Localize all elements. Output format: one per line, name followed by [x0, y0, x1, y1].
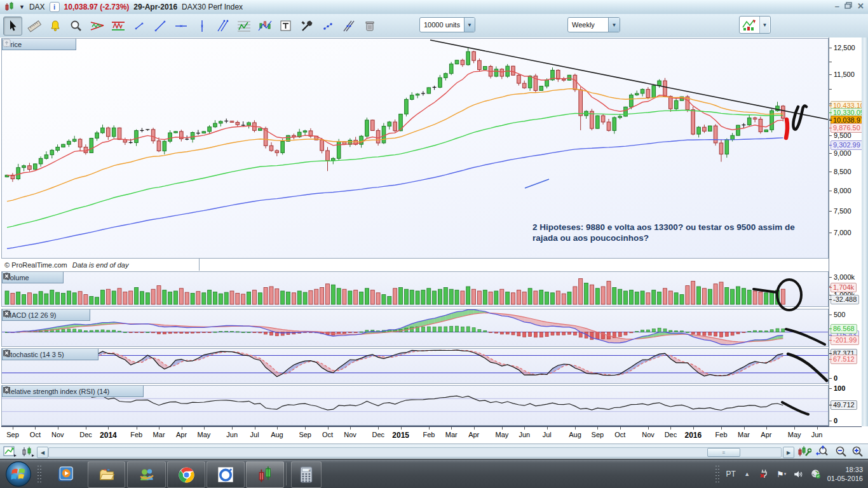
- messenger-button[interactable]: [127, 461, 166, 488]
- timeframe-dropdown[interactable]: Weekly ▼: [567, 17, 620, 32]
- taskbar-grip: [37, 464, 42, 484]
- window-icon[interactable]: [121, 387, 130, 395]
- axis-label: 9,000: [834, 149, 851, 157]
- wrench-icon[interactable]: [111, 387, 119, 395]
- restore-button[interactable]: [844, 2, 852, 11]
- time-axis-tick: [794, 427, 795, 430]
- text-tool[interactable]: [277, 17, 295, 35]
- windows-start-button[interactable]: [5, 461, 32, 488]
- scrollbar-thumb[interactable]: ≡: [707, 448, 740, 457]
- power-plug-icon[interactable]: [759, 468, 770, 480]
- pattern-down-tool[interactable]: [88, 17, 106, 35]
- language-indicator[interactable]: PT: [726, 470, 735, 478]
- angles-tool[interactable]: [340, 17, 358, 35]
- time-axis-tick: [693, 427, 694, 430]
- alert-tool[interactable]: [46, 17, 64, 35]
- taskbar-clock[interactable]: 18:33 01-05-2016: [827, 465, 865, 483]
- media-player-icon[interactable]: [56, 464, 75, 486]
- close-icon[interactable]: [86, 350, 95, 358]
- horizontal-segment-tool[interactable]: [172, 17, 190, 35]
- last-price-and-change: 10,038.97 (-2.73%): [64, 3, 130, 11]
- cursor-tool[interactable]: [3, 17, 22, 36]
- wrench-icon[interactable]: [24, 40, 32, 48]
- window-icon[interactable]: [34, 40, 42, 48]
- time-axis-label: Feb: [130, 431, 142, 438]
- time-axis-tick: [328, 427, 329, 430]
- segment-tool[interactable]: [151, 17, 169, 35]
- time-axis-label: Jun: [519, 431, 530, 438]
- chart-style-button[interactable]: ▼: [739, 16, 771, 34]
- macd-panel[interactable]: MACD (12 26 9): [1, 309, 829, 347]
- volume-panel[interactable]: Volume: [1, 271, 829, 307]
- trash-tool[interactable]: [361, 17, 379, 35]
- time-axis-label: Nov: [344, 431, 356, 438]
- units-dropdown-value: 10000 units: [420, 21, 464, 29]
- zigzag-candles-tool[interactable]: [256, 17, 274, 35]
- pattern-up-tool[interactable]: [109, 17, 127, 35]
- volume-chart-canvas[interactable]: [2, 272, 828, 306]
- calculator-button[interactable]: 0: [291, 461, 322, 488]
- price-badge: 49.712: [831, 400, 857, 410]
- axis-tick: [829, 277, 832, 278]
- candle-style-icon[interactable]: [20, 445, 36, 458]
- rsi-panel[interactable]: Relative strength index (RSI) (14): [1, 385, 829, 426]
- wrench-icon[interactable]: [58, 311, 66, 319]
- prorealtime-button[interactable]: [246, 461, 284, 488]
- info-icon[interactable]: i: [50, 2, 60, 12]
- chart-style-dropdown-icon[interactable]: ▼: [759, 17, 770, 33]
- point-tool[interactable]: [130, 17, 148, 35]
- parallel-lines-tool[interactable]: [214, 17, 232, 35]
- tools-tool[interactable]: [298, 17, 316, 35]
- shareaza-button[interactable]: [207, 461, 245, 488]
- close-icon[interactable]: [78, 311, 86, 319]
- price-panel[interactable]: Price 2 Hipoteses: 9880 e volta aos 1330…: [1, 38, 829, 259]
- units-dropdown-arrow-icon[interactable]: ▼: [464, 18, 475, 32]
- vertical-line-tool[interactable]: [193, 17, 211, 35]
- macd-chart-canvas[interactable]: [2, 309, 828, 346]
- chrome-button[interactable]: [167, 461, 205, 488]
- stochastic-panel[interactable]: Stochastic (14 3 5): [1, 348, 829, 384]
- indicator-tools-icon[interactable]: [797, 445, 812, 458]
- axis-tick: [829, 104, 832, 104]
- close-button[interactable]: ✕: [857, 2, 864, 11]
- minimize-button[interactable]: –: [835, 2, 839, 11]
- action-center-icon[interactable]: [810, 468, 822, 480]
- scroll-right-button[interactable]: ▶: [783, 447, 794, 458]
- arrow-up-icon[interactable]: [64, 40, 72, 48]
- zoom-tool[interactable]: [67, 17, 85, 35]
- zoom-in-icon[interactable]: [850, 445, 865, 458]
- wrench-icon[interactable]: [66, 350, 74, 358]
- window-edge: [862, 37, 868, 426]
- units-dropdown[interactable]: 10000 units ▼: [419, 17, 475, 32]
- close-icon[interactable]: [44, 40, 52, 48]
- close-icon[interactable]: [51, 273, 60, 281]
- horizontal-scrollbar[interactable]: ≡: [48, 447, 782, 458]
- timeframe-dropdown-value: Weekly: [568, 21, 608, 29]
- scroll-left-button[interactable]: ◀: [37, 447, 48, 458]
- user-annotation-text[interactable]: 2 Hipoteses: 9880 e volta aos 13300? ou …: [532, 222, 799, 243]
- time-axis-tick: [721, 427, 722, 430]
- axis-label: 8,500: [834, 168, 851, 175]
- zoom-out-icon[interactable]: [834, 445, 849, 458]
- explorer-button[interactable]: [88, 461, 125, 488]
- stochastic-chart-canvas[interactable]: [2, 349, 828, 383]
- fibonacci-tool[interactable]: [235, 17, 253, 35]
- window-icon[interactable]: [76, 350, 85, 358]
- scatter-tool[interactable]: [319, 17, 337, 35]
- hidden-icons-button[interactable]: ▲: [742, 468, 753, 480]
- time-axis-label: Apr: [176, 431, 187, 438]
- chart-settings-icon[interactable]: [3, 445, 18, 458]
- window-icon[interactable]: [68, 311, 76, 319]
- timeframe-dropdown-arrow-icon[interactable]: ▼: [608, 18, 620, 32]
- window-icon[interactable]: [41, 273, 50, 281]
- arrow-down-icon[interactable]: [54, 40, 62, 48]
- wrench-icon[interactable]: [31, 273, 39, 281]
- time-axis-tick: [575, 427, 576, 430]
- close-icon[interactable]: [132, 387, 140, 395]
- volume-icon[interactable]: [793, 468, 804, 480]
- network-flag-icon[interactable]: ⚑▾: [776, 468, 787, 480]
- price-badge: 86.568: [831, 324, 857, 334]
- symbol-dropdown-icon[interactable]: ▼: [19, 4, 25, 10]
- ruler-tool[interactable]: [25, 17, 43, 35]
- zoom-drag-icon[interactable]: [815, 445, 831, 458]
